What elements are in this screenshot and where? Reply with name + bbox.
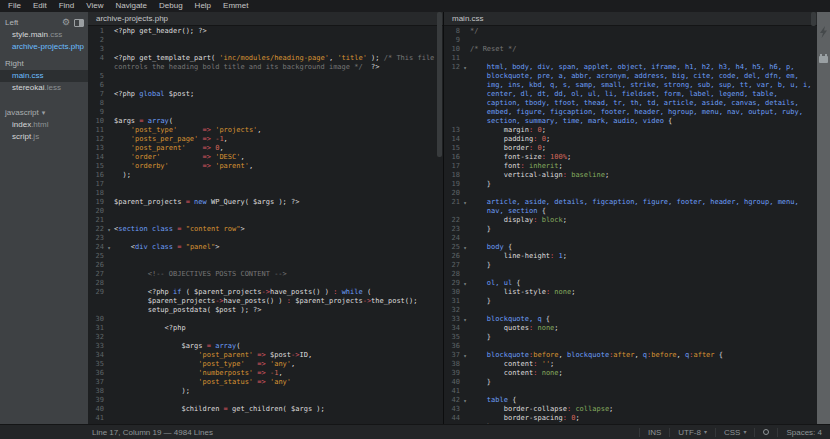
code-line: 26 [88,261,443,270]
fold-gutter [461,342,469,351]
fold-gutter [461,180,469,189]
line-number: 10 [88,117,105,126]
code-line: 35 } [444,333,817,342]
line-number: 19 [444,180,461,189]
code-line: 9 [444,36,817,45]
code-line: 15 'orderby' => 'parent', [88,162,443,171]
fold-arrow-icon[interactable]: ▾ [461,315,469,324]
menu-item-file[interactable]: File [2,0,27,12]
fold-arrow-icon[interactable]: ▾ [461,396,469,405]
line-number: 17 [88,180,105,189]
code-editor-left[interactable]: 1<?php get_header(); ?>234<?php get_temp… [88,26,443,424]
code-line: 17 font: inherit; [444,162,817,171]
menu-item-view[interactable]: View [80,0,109,12]
project-dropdown[interactable]: javascript▾ [0,106,88,119]
project-name: javascript [5,108,39,117]
menu-item-emmet[interactable]: Emmet [217,0,254,12]
indent-settings[interactable]: Spaces: 4 [777,428,830,437]
menu-item-edit[interactable]: Edit [27,0,53,12]
menu-item-help[interactable]: Help [189,0,217,12]
fold-gutter [461,135,469,144]
fold-gutter [105,207,113,216]
fold-gutter [105,414,113,423]
line-number: 6 [88,81,105,90]
split-view-icon[interactable] [74,19,84,27]
line-number: 20 [444,189,461,198]
line-number: 18 [88,189,105,198]
gear-icon[interactable]: ⚙ [62,18,70,27]
project-files: index.htmlscript.js [0,119,88,143]
line-number: 12 [444,63,461,72]
line-number: 31 [444,297,461,306]
editor-pane-right: main.css 8*/910/* Reset */1112▾ html, bo… [444,12,817,424]
insert-mode-indicator[interactable]: INS [639,428,669,437]
fold-arrow-icon[interactable]: ▾ [461,243,469,252]
menu-item-debug[interactable]: Debug [153,0,189,12]
fold-gutter [105,54,113,63]
code-line: 22 display: block; [444,216,817,225]
extension-manager-icon[interactable] [819,56,828,63]
code-line: 22▾<section class = "content row"> [88,225,443,234]
fold-arrow-icon[interactable]: ▾ [461,198,469,207]
line-number: 37 [88,378,105,387]
sidebar-file-style.main.css[interactable]: style.main.css [0,29,88,41]
line-number: 21 [444,198,461,207]
fold-gutter [105,27,113,36]
line-number: 16 [88,171,105,180]
scrollbar-thumb[interactable] [437,12,442,157]
sidebar-file-script.js[interactable]: script.js [0,131,88,143]
line-number: 18 [444,171,461,180]
fold-gutter [105,135,113,144]
sidebar-file-index.html[interactable]: index.html [0,119,88,131]
line-number: 38 [88,387,105,396]
line-number: 35 [88,360,105,369]
lint-status[interactable] [754,428,777,437]
line-number: 4 [88,54,105,63]
line-number: 14 [88,153,105,162]
sidebar-file-stereokai.less[interactable]: stereokai.less [0,82,88,94]
code-editor-right[interactable]: 8*/910/* Reset */1112▾ html, body, div, … [444,26,817,424]
fold-arrow-icon[interactable]: ▾ [461,279,469,288]
line-number: 12 [88,135,105,144]
encoding-dropdown[interactable]: UTF-8▾ [669,428,715,437]
scrollbar-left[interactable] [436,12,443,424]
fold-arrow-icon[interactable]: ▾ [105,243,113,252]
code-line: 14 'order' => 'DESC', [88,153,443,162]
sidebar-file-archive-projects.php[interactable]: archive-projects.php [0,41,88,53]
fold-gutter [105,180,113,189]
code-line: 25▾ body { [444,243,817,252]
code-line: 12▾ html, body, div, span, applet, objec… [444,63,817,126]
fold-gutter [461,333,469,342]
fold-arrow-icon[interactable]: ▾ [105,225,113,234]
live-preview-icon[interactable] [819,26,828,38]
fold-gutter [105,117,113,126]
line-number: 27 [88,270,105,279]
line-number: 34 [88,351,105,360]
menu-item-find[interactable]: Find [53,0,81,12]
code-line: 25 [88,252,443,261]
scrollbar-thumb[interactable] [811,12,816,26]
fold-arrow-icon[interactable]: ▾ [461,351,469,360]
fold-gutter [105,144,113,153]
code-line: 39 [88,396,443,405]
line-number: 36 [88,369,105,378]
code-line: 28 [444,270,817,279]
line-number: 29 [88,288,105,297]
menu-item-navigate[interactable]: Navigate [109,0,153,12]
line-number: 23 [88,234,105,243]
fold-gutter [105,171,113,180]
scrollbar-right[interactable] [810,12,817,424]
sidebar-file-main.css[interactable]: main.css [0,70,88,82]
fold-arrow-icon[interactable]: ▾ [461,63,469,72]
code-line: 27 } [444,261,817,270]
fold-gutter [461,153,469,162]
line-number: 22 [88,225,105,234]
language-dropdown[interactable]: CSS▾ [715,428,754,437]
line-number: 21 [88,216,105,225]
line-number: 15 [88,162,105,171]
fold-gutter [105,252,113,261]
code-line: 19 } [444,180,817,189]
fold-gutter [105,261,113,270]
line-number: 39 [88,396,105,405]
line-number: 25 [444,243,461,252]
